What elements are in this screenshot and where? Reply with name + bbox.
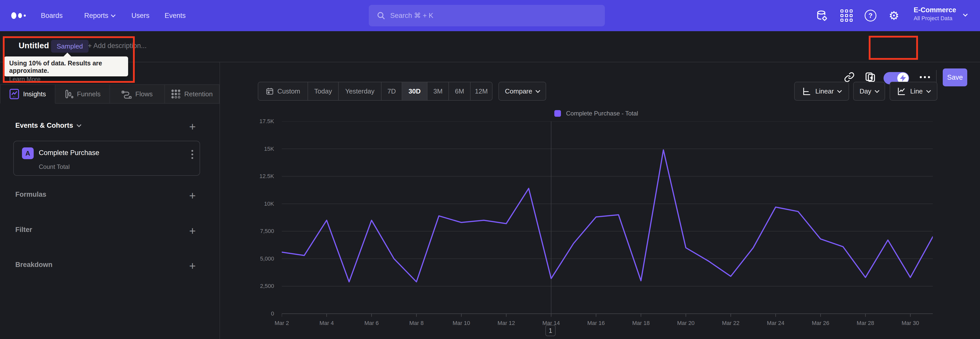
line-chart[interactable]: [282, 122, 933, 317]
time-range-3m[interactable]: 3M: [428, 82, 449, 100]
tooltip-message: Using 10% of data. Results are approxima…: [9, 59, 123, 74]
add-formula-button[interactable]: +: [186, 189, 199, 202]
y-axis-label: 2,500: [236, 283, 274, 289]
settings-gear-icon[interactable]: ⚙: [889, 0, 899, 31]
add-breakdown-button[interactable]: +: [186, 259, 199, 273]
y-axis-label: 10K: [236, 200, 274, 207]
sampled-badge[interactable]: Sampled: [51, 40, 89, 53]
event-card[interactable]: A Complete Purchase Count Total: [13, 141, 200, 176]
line-chart-icon: [897, 86, 906, 96]
report-type-tabs: Insights Funnels Flows Retention: [0, 84, 220, 104]
chevron-down-icon: [111, 13, 115, 17]
chevron-down-icon: [875, 88, 879, 93]
chevron-down-icon: [76, 122, 81, 127]
time-range-7d[interactable]: 7D: [382, 82, 402, 100]
event-name: Complete Purchase: [39, 149, 99, 157]
retention-icon: [171, 89, 181, 99]
breakdown-section-label: Breakdown: [15, 261, 52, 269]
axis-scale-icon: [802, 86, 811, 96]
tab-insights[interactable]: Insights: [0, 84, 56, 104]
scale-selector-button[interactable]: Linear: [794, 82, 849, 101]
y-axis-label: 17.5K: [236, 118, 274, 125]
time-range-today[interactable]: Today: [308, 82, 339, 100]
learn-more-link[interactable]: Learn More: [9, 76, 41, 83]
time-range-6m[interactable]: 6M: [449, 82, 471, 100]
formulas-section-label: Formulas: [15, 190, 46, 198]
sampling-tooltip: Using 10% of data. Results are approxima…: [4, 56, 128, 77]
legend-swatch: [554, 110, 561, 117]
nav-item-reports[interactable]: Reports: [84, 0, 115, 31]
x-axis-label: Mar 30: [892, 320, 928, 326]
calendar-icon: [266, 87, 274, 95]
tab-retention[interactable]: Retention: [165, 84, 220, 104]
mixpanel-logo-icon[interactable]: [11, 12, 26, 19]
interval-selector-button[interactable]: Day: [853, 82, 885, 101]
time-range-selector: Custom Today Yesterday 7D 30D 3M 6M 12M: [258, 82, 493, 101]
project-chevron-icon[interactable]: [963, 12, 967, 16]
top-nav-bar: Boards Reports Users Events Search ⌘ + K…: [0, 0, 980, 31]
funnels-icon: [64, 89, 73, 99]
x-axis-label: Mar 18: [623, 320, 659, 326]
series-letter-badge: A: [22, 147, 34, 159]
search-icon: [376, 11, 386, 20]
events-cohorts-header[interactable]: Events & Cohorts: [15, 122, 81, 130]
help-icon[interactable]: ?: [865, 0, 877, 31]
y-axis-label: 15K: [236, 146, 274, 152]
chevron-down-icon: [926, 88, 931, 93]
x-axis-label: Mar 12: [488, 320, 524, 326]
time-range-custom[interactable]: Custom: [258, 82, 308, 100]
project-name: E-Commerce: [914, 6, 956, 14]
add-event-button[interactable]: +: [186, 120, 199, 133]
x-axis-label: Mar 2: [264, 320, 300, 326]
tooltip-arrow: [63, 53, 72, 57]
search-placeholder: Search ⌘ + K: [390, 11, 433, 20]
chevron-down-icon: [837, 88, 842, 93]
y-axis-label: 0: [236, 310, 274, 317]
lightning-bolt-icon: [899, 75, 907, 82]
time-range-12m[interactable]: 12M: [471, 82, 492, 100]
x-axis-label: Mar 4: [309, 320, 345, 326]
x-axis-label: Mar 16: [578, 320, 614, 326]
report-title[interactable]: Untitled: [19, 41, 49, 50]
event-aggregation[interactable]: Count Total: [39, 163, 70, 170]
nav-item-users[interactable]: Users: [131, 0, 150, 31]
legend-label: Complete Purchase - Total: [566, 110, 638, 117]
tab-flows[interactable]: Flows: [110, 84, 165, 104]
time-range-30d[interactable]: 30D: [402, 82, 428, 100]
filter-section-label: Filter: [15, 226, 32, 234]
tab-funnels[interactable]: Funnels: [56, 84, 110, 104]
x-axis-label: Mar 22: [713, 320, 749, 326]
compare-button[interactable]: Compare: [498, 82, 546, 101]
insights-icon: [9, 88, 19, 100]
x-axis-label: Mar 6: [354, 320, 390, 326]
project-switcher[interactable]: E-Commerce All Project Data: [914, 6, 956, 22]
x-axis-label: Mar 20: [668, 320, 703, 326]
event-options-kebab-icon[interactable]: [190, 149, 195, 160]
x-axis-label: Mar 10: [444, 320, 479, 326]
apps-grid-icon[interactable]: [840, 0, 853, 31]
y-axis-label: 5,000: [236, 256, 274, 262]
query-builder-sidebar: Insights Funnels Flows Retention Events …: [0, 62, 220, 339]
search-input[interactable]: Search ⌘ + K: [369, 5, 605, 26]
y-axis-label: 7,500: [236, 228, 274, 235]
nav-item-events[interactable]: Events: [165, 0, 186, 31]
x-axis-label: Mar 28: [848, 320, 883, 326]
add-description-button[interactable]: + Add description...: [88, 42, 146, 50]
data-management-icon[interactable]: [816, 0, 828, 31]
x-axis-label: Mar 26: [803, 320, 838, 326]
pagination-page-button[interactable]: 1: [546, 325, 555, 336]
x-axis-label: Mar 8: [399, 320, 434, 326]
y-axis-label: 12.5K: [236, 173, 274, 179]
x-axis-label: Mar 24: [758, 320, 794, 326]
report-toolbar: Untitled Sampled + Add description... Sa…: [0, 31, 980, 62]
save-button[interactable]: Save: [943, 69, 967, 86]
time-range-yesterday[interactable]: Yesterday: [339, 82, 382, 100]
series-line[interactable]: [282, 150, 933, 282]
flows-icon: [121, 90, 132, 99]
nav-item-boards[interactable]: Boards: [41, 0, 63, 31]
chevron-down-icon: [536, 88, 540, 93]
add-filter-button[interactable]: +: [186, 224, 199, 238]
chart-type-selector-button[interactable]: Line: [890, 82, 937, 101]
project-subtitle: All Project Data: [914, 15, 956, 22]
chart-legend[interactable]: Complete Purchase - Total: [554, 110, 638, 117]
